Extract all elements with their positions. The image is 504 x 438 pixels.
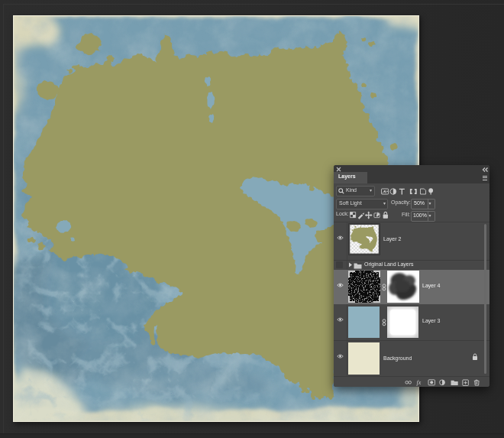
svg-text:fx: fx xyxy=(417,379,422,386)
